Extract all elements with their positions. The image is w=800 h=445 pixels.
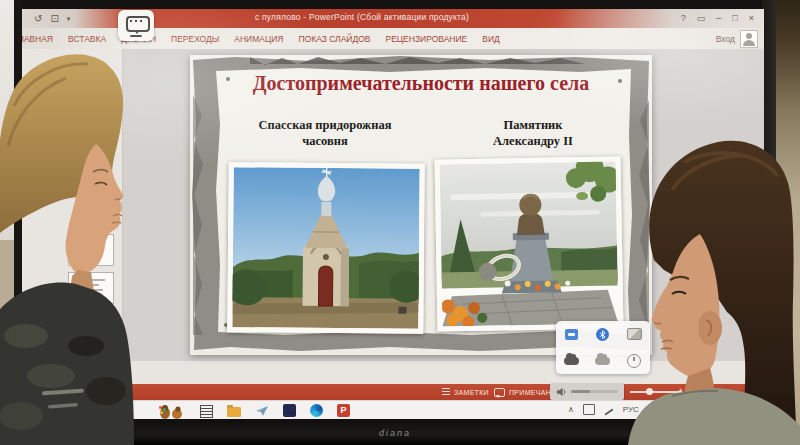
photo-monument[interactable] <box>435 156 624 331</box>
caption-monument-line2: Александру II <box>453 133 613 149</box>
tv-bezel-top <box>14 0 776 9</box>
tab-view[interactable]: ВИД <box>482 34 500 44</box>
caption-chapel-line2: часовня <box>230 133 420 149</box>
file-explorer-icon[interactable] <box>227 407 241 417</box>
right-child <box>626 130 800 445</box>
bluetooth-icon[interactable] <box>596 328 609 341</box>
monument-photo-image <box>440 161 619 326</box>
caption-monument-line1: Памятник <box>453 117 613 133</box>
display-tray-icon[interactable] <box>583 404 595 415</box>
tray-chevron-icon[interactable]: ∧ <box>568 405 574 414</box>
slide-canvas[interactable]: Достопримечательности нашего села Спасск… <box>190 55 652 355</box>
tab-slideshow[interactable]: ПОКАЗ СЛАЙДОВ <box>298 34 370 44</box>
app-tile-icon[interactable] <box>283 404 296 417</box>
photo-of-children-at-interactive-display: diana ↺ ⊡ ▾ с пулялово - PowerPoint (Сбо… <box>0 0 800 445</box>
display-share-icon[interactable] <box>565 329 578 340</box>
draw-cloud-icon[interactable] <box>564 357 579 365</box>
photo-chapel[interactable] <box>227 162 424 334</box>
sign-in-control[interactable]: Вход <box>716 30 758 48</box>
close-button[interactable]: × <box>749 12 754 24</box>
floating-annotation-button[interactable] <box>118 10 154 41</box>
tab-insert[interactable]: ВСТАВКА <box>68 34 106 44</box>
notes-icon <box>442 388 450 396</box>
ribbon-options-button[interactable]: ▭ <box>697 12 706 24</box>
minimize-button[interactable]: – <box>716 12 721 24</box>
help-button[interactable]: ? <box>681 12 686 24</box>
slide-title[interactable]: Достопримечательности нашего села <box>190 72 652 95</box>
paper-plane-icon[interactable] <box>255 404 269 418</box>
comments-icon <box>494 388 505 397</box>
restore-button[interactable]: □ <box>732 12 737 24</box>
chapel-photo-image <box>232 167 419 329</box>
tab-animations[interactable]: АНИМАЦИЯ <box>234 34 283 44</box>
cloud-icon[interactable] <box>595 357 610 365</box>
pen-tray-icon[interactable] <box>604 408 613 415</box>
powerpoint-taskbar-icon[interactable]: P <box>337 404 350 417</box>
window-controls: ? ▭ – □ × <box>681 12 754 24</box>
tab-review[interactable]: РЕЦЕНЗИРОВАНИЕ <box>385 34 467 44</box>
caption-monument[interactable]: Памятник Александру II <box>453 117 613 150</box>
volume-slider[interactable] <box>571 390 618 393</box>
left-child <box>0 46 146 445</box>
taskbar-icons: P <box>156 403 350 418</box>
caption-chapel[interactable]: Спасская придорожная часовня <box>230 117 420 150</box>
speaker-icon <box>556 387 566 397</box>
right-child-ear <box>698 311 722 345</box>
tab-home[interactable]: ГЛАВНАЯ <box>22 34 53 44</box>
notes-toggle-button[interactable]: ЗАМЕТКИ <box>442 386 489 398</box>
task-view-icon[interactable] <box>200 405 213 418</box>
tab-transitions[interactable]: ПЕРЕХОДЫ <box>171 34 219 44</box>
volume-overlay[interactable] <box>550 383 624 400</box>
caption-chapel-line1: Спасская придорожная <box>230 117 420 133</box>
sign-in-label: Вход <box>716 34 735 44</box>
account-avatar-icon <box>740 30 758 48</box>
tv-brand-label: diana <box>365 428 425 438</box>
edge-browser-icon[interactable] <box>310 404 323 417</box>
